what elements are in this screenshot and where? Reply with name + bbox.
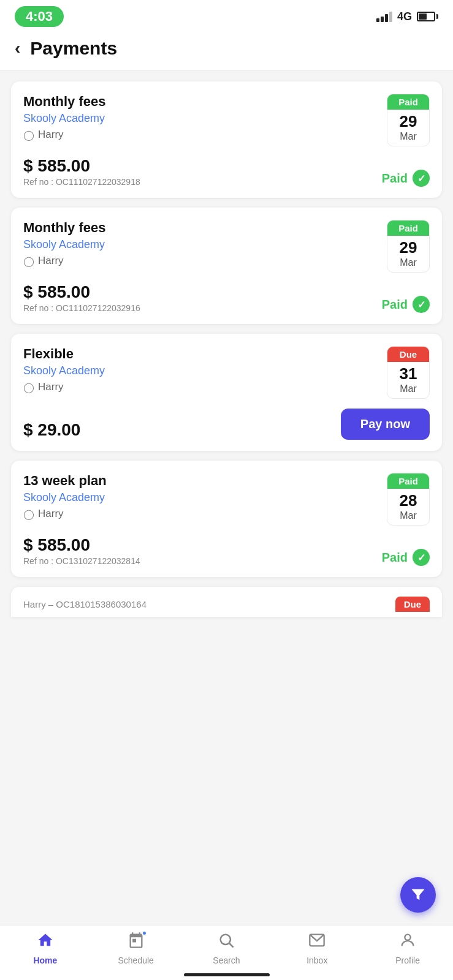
bottom-navigation: Home Schedule Search Inbox bbox=[0, 925, 453, 980]
check-icon-4: ✓ bbox=[413, 549, 430, 566]
card-title-3: Flexible bbox=[23, 346, 387, 362]
home-indicator bbox=[184, 973, 270, 976]
home-icon bbox=[37, 932, 54, 953]
card-bottom-2: $ 585.00 Ref no : OC111027122032916 Paid… bbox=[23, 282, 430, 313]
pay-now-button[interactable]: Pay now bbox=[341, 409, 430, 440]
nav-label-home: Home bbox=[33, 956, 57, 965]
status-badge-3: Due bbox=[387, 347, 429, 362]
payment-card-2: Monthly fees Skooly Academy ◯ Harry Paid… bbox=[11, 208, 442, 324]
card-top-2: Monthly fees Skooly Academy ◯ Harry Paid… bbox=[23, 220, 430, 273]
svg-line-1 bbox=[230, 943, 234, 947]
card-info-3: Flexible Skooly Academy ◯ Harry bbox=[23, 346, 387, 393]
check-icon-1: ✓ bbox=[413, 170, 430, 187]
card-person-1: ◯ Harry bbox=[23, 129, 387, 141]
card-info-2: Monthly fees Skooly Academy ◯ Harry bbox=[23, 220, 387, 267]
card-school-3: Skooly Academy bbox=[23, 364, 387, 377]
card-ref-1: Ref no : OC111027122032918 bbox=[23, 177, 140, 187]
nav-label-schedule: Schedule bbox=[118, 956, 153, 965]
person-icon-4: ◯ bbox=[23, 508, 34, 520]
partial-due-badge: Due bbox=[395, 597, 430, 612]
partial-card: Harry – OC181015386030164 Due bbox=[11, 587, 442, 617]
amount-section-3: $ 29.00 bbox=[23, 420, 80, 440]
inbox-icon bbox=[308, 932, 325, 953]
filter-icon bbox=[409, 886, 427, 903]
date-month-3: Mar bbox=[400, 383, 417, 398]
date-month-1: Mar bbox=[400, 131, 417, 146]
date-badge-4: Paid 28 Mar bbox=[387, 473, 430, 526]
date-day-3: 31 bbox=[400, 362, 417, 383]
date-badge-3: Due 31 Mar bbox=[387, 346, 430, 399]
payment-card-1: Monthly fees Skooly Academy ◯ Harry Paid… bbox=[11, 81, 442, 198]
status-badge-2: Paid bbox=[387, 221, 429, 236]
card-bottom-3: $ 29.00 Pay now bbox=[23, 409, 430, 440]
card-amount-1: $ 585.00 bbox=[23, 156, 140, 176]
network-label: 4G bbox=[397, 10, 412, 23]
paid-status-2: Paid ✓ bbox=[382, 296, 430, 313]
status-badge-1: Paid bbox=[387, 94, 429, 110]
status-time: 4:03 bbox=[15, 6, 64, 27]
search-icon bbox=[218, 932, 235, 953]
card-title-4: 13 week plan bbox=[23, 473, 387, 489]
date-day-1: 29 bbox=[400, 110, 417, 131]
status-bar: 4:03 4G bbox=[0, 0, 453, 31]
schedule-dot bbox=[142, 930, 147, 936]
card-bottom-4: $ 585.00 Ref no : OC131027122032814 Paid… bbox=[23, 535, 430, 566]
nav-item-search[interactable]: Search bbox=[202, 932, 251, 965]
card-person-4: ◯ Harry bbox=[23, 508, 387, 520]
person-icon-3: ◯ bbox=[23, 382, 34, 393]
card-title-2: Monthly fees bbox=[23, 220, 387, 236]
amount-section-4: $ 585.00 Ref no : OC131027122032814 bbox=[23, 535, 140, 566]
date-month-4: Mar bbox=[400, 510, 417, 525]
card-info-1: Monthly fees Skooly Academy ◯ Harry bbox=[23, 94, 387, 141]
status-icons: 4G bbox=[376, 10, 438, 23]
amount-section-2: $ 585.00 Ref no : OC111027122032916 bbox=[23, 282, 140, 313]
card-title-1: Monthly fees bbox=[23, 94, 387, 110]
card-top-4: 13 week plan Skooly Academy ◯ Harry Paid… bbox=[23, 473, 430, 526]
nav-label-inbox: Inbox bbox=[306, 956, 327, 965]
person-icon-1: ◯ bbox=[23, 129, 34, 141]
filter-fab-button[interactable] bbox=[400, 877, 436, 913]
payments-list: Monthly fees Skooly Academy ◯ Harry Paid… bbox=[0, 70, 453, 690]
date-badge-2: Paid 29 Mar bbox=[387, 220, 430, 273]
card-ref-2: Ref no : OC111027122032916 bbox=[23, 303, 140, 313]
battery-icon bbox=[417, 12, 438, 21]
paid-status-1: Paid ✓ bbox=[382, 170, 430, 187]
schedule-icon bbox=[128, 932, 145, 953]
page-title: Payments bbox=[30, 38, 117, 59]
date-day-2: 29 bbox=[400, 236, 417, 257]
card-amount-3: $ 29.00 bbox=[23, 420, 80, 440]
payment-card-4: 13 week plan Skooly Academy ◯ Harry Paid… bbox=[11, 461, 442, 577]
signal-icon bbox=[376, 11, 392, 22]
card-school-4: Skooly Academy bbox=[23, 491, 387, 504]
svg-point-0 bbox=[221, 935, 230, 944]
paid-status-4: Paid ✓ bbox=[382, 549, 430, 566]
status-badge-4: Paid bbox=[387, 473, 429, 489]
card-bottom-1: $ 585.00 Ref no : OC111027122032918 Paid… bbox=[23, 156, 430, 187]
card-amount-2: $ 585.00 bbox=[23, 282, 140, 302]
nav-item-home[interactable]: Home bbox=[21, 932, 70, 965]
nav-label-profile: Profile bbox=[395, 956, 420, 965]
person-icon-2: ◯ bbox=[23, 255, 34, 267]
nav-item-inbox[interactable]: Inbox bbox=[292, 932, 341, 965]
card-amount-4: $ 585.00 bbox=[23, 535, 140, 555]
card-top-3: Flexible Skooly Academy ◯ Harry Due 31 M… bbox=[23, 346, 430, 399]
card-top-1: Monthly fees Skooly Academy ◯ Harry Paid… bbox=[23, 94, 430, 146]
nav-label-search: Search bbox=[213, 956, 240, 965]
date-day-4: 28 bbox=[400, 489, 417, 510]
date-badge-1: Paid 29 Mar bbox=[387, 94, 430, 146]
card-ref-4: Ref no : OC131027122032814 bbox=[23, 556, 140, 566]
date-month-2: Mar bbox=[400, 257, 417, 272]
card-person-2: ◯ Harry bbox=[23, 255, 387, 267]
card-info-4: 13 week plan Skooly Academy ◯ Harry bbox=[23, 473, 387, 520]
svg-point-3 bbox=[405, 935, 410, 940]
card-school-1: Skooly Academy bbox=[23, 112, 387, 125]
card-school-2: Skooly Academy bbox=[23, 238, 387, 251]
profile-icon bbox=[399, 932, 416, 953]
nav-item-schedule[interactable]: Schedule bbox=[112, 932, 161, 965]
nav-item-profile[interactable]: Profile bbox=[383, 932, 432, 965]
card-person-3: ◯ Harry bbox=[23, 381, 387, 393]
payment-card-3: Flexible Skooly Academy ◯ Harry Due 31 M… bbox=[11, 334, 442, 451]
back-button[interactable]: ‹ bbox=[15, 39, 20, 58]
amount-section-1: $ 585.00 Ref no : OC111027122032918 bbox=[23, 156, 140, 187]
page-header: ‹ Payments bbox=[0, 31, 453, 70]
